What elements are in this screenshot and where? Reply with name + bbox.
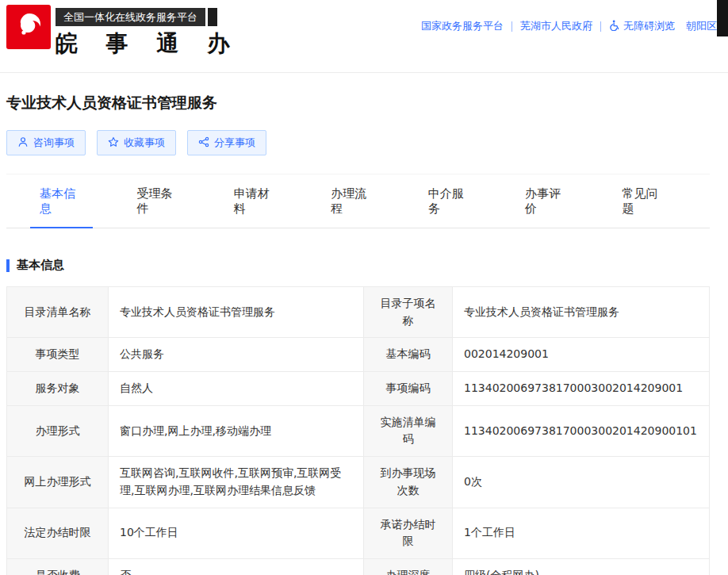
section-title: 基本信息 bbox=[17, 258, 64, 273]
consult-button[interactable]: 咨询事项 bbox=[6, 130, 86, 155]
link-separator bbox=[512, 21, 512, 32]
field-label: 办理形式 bbox=[7, 405, 109, 456]
field-value: 专业技术人员资格证书管理服务 bbox=[453, 287, 710, 338]
link-city-government[interactable]: 芜湖市人民政府 bbox=[520, 19, 592, 33]
table-row: 服务对象 自然人 事项编码 11340200697381700030020142… bbox=[7, 372, 710, 406]
field-label: 事项类型 bbox=[7, 338, 109, 372]
detail-tabs: 基本信息 受理条件 申请材料 办理流程 中介服务 办事评价 常见问题 bbox=[6, 174, 710, 228]
field-value: 自然人 bbox=[109, 372, 364, 406]
site-logo[interactable] bbox=[6, 5, 51, 49]
favorite-button[interactable]: 收藏事项 bbox=[97, 130, 176, 155]
share-icon bbox=[198, 136, 209, 150]
field-label: 目录清单名称 bbox=[7, 287, 109, 338]
tab-acceptance-conditions[interactable]: 受理条件 bbox=[127, 174, 190, 228]
favorite-button-label: 收藏事项 bbox=[124, 136, 165, 150]
tab-intermediary-services[interactable]: 中介服务 bbox=[419, 174, 481, 228]
link-national-platform[interactable]: 国家政务服务平台 bbox=[421, 19, 504, 33]
field-value: 否 bbox=[109, 558, 364, 575]
field-value: 窗口办理,网上办理,移动端办理 bbox=[109, 405, 364, 456]
field-label: 目录子项名称 bbox=[364, 287, 453, 338]
tab-faq[interactable]: 常见问题 bbox=[613, 174, 676, 228]
wheelchair-icon bbox=[609, 20, 620, 33]
field-label: 实施清单编码 bbox=[364, 405, 453, 456]
header-links: 国家政务服务平台 芜湖市人民政府 无障碍浏览 朝阳区 bbox=[421, 19, 717, 33]
field-value: 10个工作日 bbox=[109, 508, 364, 558]
field-label: 事项编码 bbox=[364, 372, 453, 406]
consult-person-icon bbox=[17, 136, 29, 150]
brand: 全国一体化在线政务服务平台 皖 事 通 办 bbox=[56, 8, 239, 59]
table-row: 法定办结时限 10个工作日 承诺办结时限 1个工作日 bbox=[7, 508, 710, 558]
main-content: 专业技术人员资格证书管理服务 咨询事项 收藏事项 bbox=[0, 93, 728, 575]
field-value: 1134020069738170003002014209001 bbox=[453, 372, 710, 406]
platform-badge: 全国一体化在线政务服务平台 bbox=[56, 8, 205, 26]
field-label: 基本编码 bbox=[364, 338, 453, 372]
badge-corner-decoration bbox=[208, 8, 217, 26]
table-row: 目录清单名称 专业技术人员资格证书管理服务 目录子项名称 专业技术人员资格证书管… bbox=[7, 287, 710, 338]
tab-basic-info[interactable]: 基本信息 bbox=[30, 174, 93, 228]
link-accessibility[interactable]: 无障碍浏览 bbox=[609, 19, 675, 33]
field-label: 办理深度 bbox=[364, 558, 453, 575]
action-buttons: 咨询事项 收藏事项 分享事项 bbox=[6, 130, 710, 155]
tab-application-materials[interactable]: 申请材料 bbox=[224, 174, 287, 228]
anhui-gov-logo-icon bbox=[13, 10, 44, 44]
table-row: 网上办理形式 互联网咨询,互联网收件,互联网预审,互联网受理,互联网办理,互联网… bbox=[7, 457, 710, 508]
section-header: 基本信息 bbox=[6, 258, 710, 273]
share-button[interactable]: 分享事项 bbox=[187, 130, 266, 155]
basic-info-table: 目录清单名称 专业技术人员资格证书管理服务 目录子项名称 专业技术人员资格证书管… bbox=[6, 286, 710, 575]
field-label: 到办事现场次数 bbox=[364, 457, 453, 508]
field-label: 承诺办结时限 bbox=[364, 508, 453, 558]
field-value: 互联网咨询,互联网收件,互联网预审,互联网受理,互联网办理,互联网办理结果信息反… bbox=[109, 457, 364, 508]
tab-process-flow[interactable]: 办理流程 bbox=[321, 174, 384, 228]
field-label: 网上办理形式 bbox=[7, 457, 109, 508]
field-value: 0次 bbox=[453, 457, 710, 508]
star-icon bbox=[108, 136, 119, 150]
table-row: 事项类型 公共服务 基本编码 002014209001 bbox=[7, 338, 710, 372]
field-value: 公共服务 bbox=[109, 338, 364, 372]
field-value: 四级(全程网办) bbox=[453, 558, 710, 575]
table-row: 办理形式 窗口办理,网上办理,移动端办理 实施清单编码 113402006973… bbox=[7, 405, 710, 456]
field-label: 法定办结时限 bbox=[7, 508, 109, 558]
accessibility-label: 无障碍浏览 bbox=[623, 19, 675, 33]
field-value: 1个工作日 bbox=[453, 508, 710, 558]
site-name: 皖 事 通 办 bbox=[56, 29, 239, 59]
table-row: 是否收费 否 办理深度 四级(全程网办) bbox=[7, 558, 710, 575]
page-title: 专业技术人员资格证书管理服务 bbox=[6, 93, 710, 113]
field-label: 是否收费 bbox=[7, 558, 109, 575]
corner-menu-strip[interactable] bbox=[717, 0, 728, 36]
tab-service-evaluation[interactable]: 办事评价 bbox=[515, 174, 578, 228]
section-accent-bar bbox=[6, 259, 10, 272]
consult-button-label: 咨询事项 bbox=[33, 136, 75, 150]
field-value: 002014209001 bbox=[453, 338, 710, 372]
field-value: 113402006973817000300201420900101 bbox=[453, 405, 710, 456]
link-separator bbox=[600, 21, 601, 32]
field-value: 专业技术人员资格证书管理服务 bbox=[109, 287, 364, 338]
share-button-label: 分享事项 bbox=[214, 136, 255, 150]
site-header: 全国一体化在线政务服务平台 皖 事 通 办 国家政务服务平台 芜湖市人民政府 无… bbox=[0, 0, 728, 73]
region-selector[interactable]: 朝阳区 bbox=[686, 19, 717, 33]
field-label: 服务对象 bbox=[7, 372, 109, 406]
